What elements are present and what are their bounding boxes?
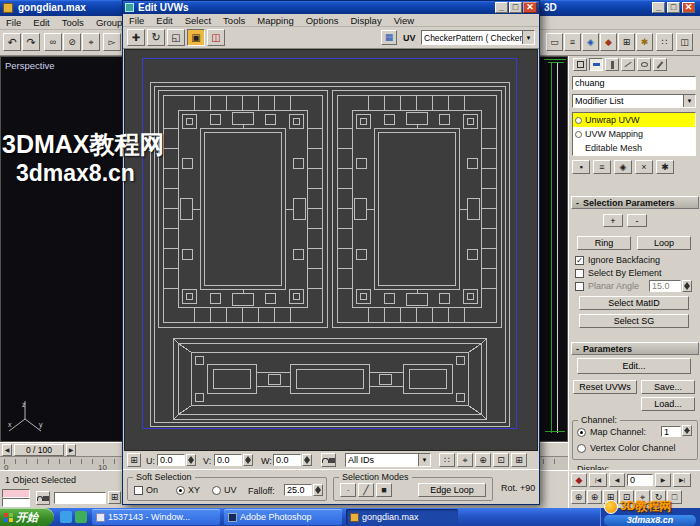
render-type-icon[interactable]: ⊞ [618,33,635,51]
uv-space-label[interactable]: UV [403,33,416,43]
absolute-mode-icon[interactable]: ⊞ [127,453,141,467]
stack-row-unwrap-uvw[interactable]: Unwrap UVW [573,113,695,127]
remove-modifier-icon[interactable]: × [635,160,653,174]
uv-canvas[interactable] [124,49,538,451]
main-maximize-button[interactable]: □ [667,2,680,13]
ignore-backfacing-checkbox[interactable]: ✓ [575,256,584,265]
pin-stack-icon[interactable]: ▪ [572,160,590,174]
map-channel-radio[interactable] [577,428,586,437]
dialog-titlebar[interactable]: Edit UVWs _ □ ✕ [123,1,539,14]
uv-radio[interactable] [212,486,221,495]
w-spinner[interactable] [302,454,312,466]
make-unique-icon[interactable]: ◈ [614,160,632,174]
quick-launch-icon[interactable] [60,511,72,523]
falloff-field[interactable]: 25.0 [284,484,312,496]
texture-dropdown[interactable]: CheckerPattern ( Checker ) ▼ [421,30,535,45]
v-field[interactable]: 0.0 [214,454,242,466]
tab-utilities-icon[interactable] [653,58,667,71]
face-mode-icon[interactable]: ■ [376,483,392,497]
falloff-space-xy-row[interactable]: XY [176,485,200,495]
ring-button[interactable]: Ring [577,236,631,250]
uv-menu-file[interactable]: File [123,15,150,26]
grow-selection-button[interactable]: + [603,214,623,227]
main-close-button[interactable]: ✕ [682,2,695,13]
quick-render-icon[interactable]: ✱ [636,33,653,51]
dialog-minimize-button[interactable]: _ [495,2,508,13]
uv-menu-tools[interactable]: Tools [217,15,251,26]
select-by-name-icon[interactable]: ≡ [564,33,581,51]
undo-icon[interactable]: ↶ [3,33,21,51]
quick-launch-icon[interactable] [75,511,87,523]
main-menu-file[interactable]: File [0,17,27,28]
zoom-extents-icon[interactable]: ⊞ [511,453,527,467]
u-spinner[interactable] [186,454,196,466]
taskbar-item-photoshop[interactable]: Adobe Photoshop [224,509,342,525]
play-icon[interactable]: ▶ [655,473,671,487]
main-menu-edit[interactable]: Edit [27,17,55,28]
goto-start-icon[interactable]: |◀ [589,473,607,487]
tab-motion-icon[interactable] [621,58,635,71]
mirror-tool-icon[interactable]: ◫ [676,33,693,51]
grid-toggle-icon[interactable]: ⊞ [108,491,121,504]
object-name-field[interactable]: chuang [572,76,696,90]
scale-tool-icon[interactable]: ◱ [167,29,185,46]
select-by-element-row[interactable]: Select By Element [575,268,662,278]
main-menu-tools[interactable]: Tools [56,17,90,28]
maxscript-mini-listener-input[interactable] [2,498,30,507]
main-minimize-button[interactable]: _ [652,2,665,13]
bind-to-spacewarp-icon[interactable]: ⌖ [82,33,100,51]
material-editor-icon[interactable]: ◈ [582,33,599,51]
w-field[interactable]: 0.0 [273,454,301,466]
show-map-icon[interactable]: ▦ [381,30,397,45]
planar-angle-row[interactable]: Planar Angle [575,281,639,291]
selection-lock-icon[interactable] [36,491,50,505]
planar-angle-spinner[interactable] [682,280,692,292]
freeform-tool-icon[interactable]: ▣ [187,29,205,46]
soft-selection-on-checkbox[interactable] [134,486,143,495]
show-end-result-icon[interactable]: ≡ [593,160,611,174]
maxscript-mini-listener[interactable] [2,489,30,498]
planar-angle-checkbox[interactable] [575,282,584,291]
current-frame-field[interactable]: 0 [627,474,653,486]
start-button[interactable]: 开始 [0,508,54,526]
select-matid-button[interactable]: Select MatID [579,296,689,310]
stack-row-editable-mesh[interactable]: Editable Mesh [573,141,695,155]
vertex-color-row[interactable]: Vertex Color Channel [577,443,676,453]
mirror-tool-icon[interactable]: ◫ [207,29,225,46]
rotate-tool-icon[interactable]: ↻ [147,29,165,46]
dialog-close-button[interactable]: ✕ [523,2,537,13]
rollout-selection-parameters[interactable]: - Selection Parameters [571,196,699,209]
time-slider[interactable]: 0 / 100 [14,444,64,456]
loop-button[interactable]: Loop [637,236,691,250]
zoom-icon[interactable]: ⊕ [475,453,491,467]
zoom-region-icon[interactable]: ⊡ [493,453,509,467]
lightbulb-icon[interactable] [575,117,582,124]
edge-loop-button[interactable]: Edge Loop [418,483,486,497]
load-uvws-button[interactable]: Load... [641,397,695,411]
tab-create-icon[interactable] [573,58,587,71]
reset-uvws-button[interactable]: Reset UVWs [573,380,637,394]
edit-uvws-button[interactable]: Edit... [577,358,691,374]
map-channel-field[interactable]: 1 [661,426,681,437]
select-sg-button[interactable]: Select SG [579,314,689,328]
time-slider-right-icon[interactable]: ▶ [66,444,76,456]
tab-hierarchy-icon[interactable] [605,58,619,71]
link-icon[interactable]: ∞ [44,33,62,51]
time-slider-left-icon[interactable]: ◀ [2,444,12,456]
uv-menu-view[interactable]: View [388,15,420,26]
vertex-color-radio[interactable] [577,444,586,453]
tab-display-icon[interactable] [637,58,651,71]
configure-modifier-sets-icon[interactable]: ✱ [656,160,674,174]
uv-menu-display[interactable]: Display [344,15,387,26]
tab-modify-icon[interactable] [589,58,603,71]
save-uvws-button[interactable]: Save... [641,380,695,394]
uv-menu-edit[interactable]: Edit [150,15,178,26]
lightbulb-icon[interactable] [575,131,582,138]
map-channel-row[interactable]: Map Channel: [577,427,646,437]
uv-menu-select[interactable]: Select [179,15,217,26]
goto-end-icon[interactable]: ▶| [673,473,691,487]
select-object-icon[interactable]: ▻ [103,33,121,51]
zoom-all-icon[interactable]: ⊕ [587,490,602,504]
modifier-list-dropdown[interactable]: Modifier List ▼ [572,94,696,108]
falloff-space-uv-row[interactable]: UV [212,485,237,495]
